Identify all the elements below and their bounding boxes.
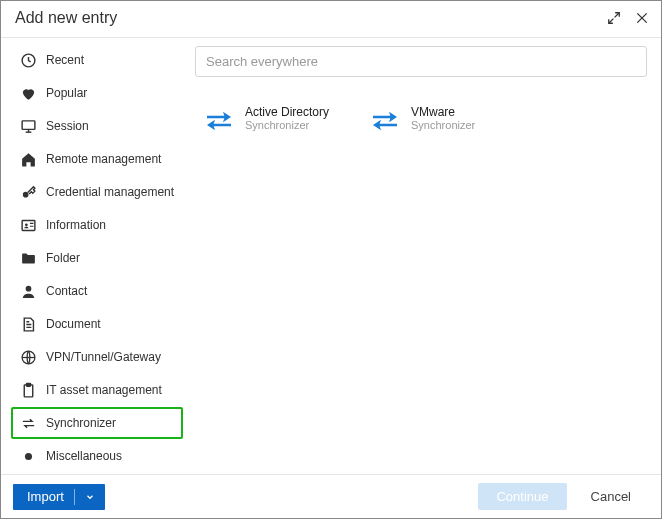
sync-icon bbox=[19, 414, 37, 432]
sidebar-item-label: Recent bbox=[46, 53, 84, 67]
svg-point-4 bbox=[24, 223, 27, 226]
sidebar-item-synchronizer[interactable]: Synchronizer bbox=[11, 407, 183, 439]
entry-active-directory[interactable]: Active Directory Synchronizer bbox=[203, 105, 329, 137]
sidebar-item-credential-management[interactable]: Credential management bbox=[11, 176, 183, 208]
entry-vmware[interactable]: VMware Synchronizer bbox=[369, 105, 475, 137]
search-input[interactable] bbox=[195, 46, 647, 77]
footer-right: Continue Cancel bbox=[478, 483, 649, 510]
continue-label: Continue bbox=[496, 489, 548, 504]
sidebar-item-label: Folder bbox=[46, 251, 80, 265]
main-panel: Active Directory Synchronizer VMware Syn… bbox=[189, 38, 661, 474]
close-icon[interactable] bbox=[635, 11, 649, 25]
person-icon bbox=[19, 282, 37, 300]
folder-icon bbox=[19, 249, 37, 267]
clock-icon bbox=[19, 51, 37, 69]
sidebar-item-label: Session bbox=[46, 119, 89, 133]
entries-grid: Active Directory Synchronizer VMware Syn… bbox=[195, 77, 647, 165]
dialog-title: Add new entry bbox=[15, 9, 117, 27]
sidebar-item-remote-management[interactable]: Remote management bbox=[11, 143, 183, 175]
sidebar-item-label: Synchronizer bbox=[46, 416, 116, 430]
sidebar-item-miscellaneous[interactable]: Miscellaneous bbox=[11, 440, 183, 472]
titlebar-controls bbox=[607, 11, 649, 25]
sidebar-item-label: VPN/Tunnel/Gateway bbox=[46, 350, 161, 364]
globe-icon bbox=[19, 348, 37, 366]
cancel-label: Cancel bbox=[591, 489, 631, 504]
button-divider bbox=[74, 489, 75, 505]
sidebar-item-label: Credential management bbox=[46, 185, 174, 199]
continue-button[interactable]: Continue bbox=[478, 483, 566, 510]
sidebar-item-label: Remote management bbox=[46, 152, 161, 166]
sidebar-item-label: Document bbox=[46, 317, 101, 331]
document-icon bbox=[19, 315, 37, 333]
titlebar: Add new entry bbox=[1, 1, 661, 38]
sync-arrows-icon bbox=[203, 105, 235, 137]
entry-subtitle: Synchronizer bbox=[245, 119, 329, 131]
svg-point-2 bbox=[22, 191, 28, 197]
sidebar-item-label: IT asset management bbox=[46, 383, 162, 397]
import-label: Import bbox=[27, 489, 64, 504]
sidebar-item-document[interactable]: Document bbox=[11, 308, 183, 340]
svg-rect-1 bbox=[22, 120, 35, 128]
sidebar-item-popular[interactable]: Popular bbox=[11, 77, 183, 109]
svg-point-9 bbox=[24, 452, 31, 459]
sidebar-item-label: Popular bbox=[46, 86, 87, 100]
clipboard-icon bbox=[19, 381, 37, 399]
chevron-down-icon bbox=[85, 492, 95, 502]
search-container bbox=[195, 46, 647, 77]
entry-subtitle: Synchronizer bbox=[411, 119, 475, 131]
sync-arrows-icon bbox=[369, 105, 401, 137]
dot-icon bbox=[19, 447, 37, 465]
heart-icon bbox=[19, 84, 37, 102]
house-gear-icon bbox=[19, 150, 37, 168]
entry-title: VMware bbox=[411, 105, 475, 119]
id-card-icon bbox=[19, 216, 37, 234]
add-entry-dialog: Add new entry Recent bbox=[0, 0, 662, 519]
sidebar-item-label: Miscellaneous bbox=[46, 449, 122, 463]
monitor-icon bbox=[19, 117, 37, 135]
sidebar-item-label: Information bbox=[46, 218, 106, 232]
footer: Import Continue Cancel bbox=[1, 474, 661, 518]
key-icon bbox=[19, 183, 37, 201]
sidebar-item-folder[interactable]: Folder bbox=[11, 242, 183, 274]
sidebar-item-vpn-tunnel-gateway[interactable]: VPN/Tunnel/Gateway bbox=[11, 341, 183, 373]
sidebar-item-information[interactable]: Information bbox=[11, 209, 183, 241]
import-button[interactable]: Import bbox=[13, 484, 105, 510]
entry-text: VMware Synchronizer bbox=[411, 105, 475, 131]
sidebar-item-recent[interactable]: Recent bbox=[11, 44, 183, 76]
sidebar-item-label: Contact bbox=[46, 284, 87, 298]
sidebar-item-it-asset-management[interactable]: IT asset management bbox=[11, 374, 183, 406]
svg-point-5 bbox=[25, 285, 31, 291]
entry-title: Active Directory bbox=[245, 105, 329, 119]
sidebar-item-session[interactable]: Session bbox=[11, 110, 183, 142]
sidebar: Recent Popular Session Remote management bbox=[1, 38, 189, 474]
sidebar-item-contact[interactable]: Contact bbox=[11, 275, 183, 307]
expand-icon[interactable] bbox=[607, 11, 621, 25]
svg-rect-8 bbox=[26, 383, 30, 386]
dialog-body: Recent Popular Session Remote management bbox=[1, 38, 661, 474]
svg-rect-3 bbox=[22, 220, 35, 230]
cancel-button[interactable]: Cancel bbox=[573, 483, 649, 510]
entry-text: Active Directory Synchronizer bbox=[245, 105, 329, 131]
